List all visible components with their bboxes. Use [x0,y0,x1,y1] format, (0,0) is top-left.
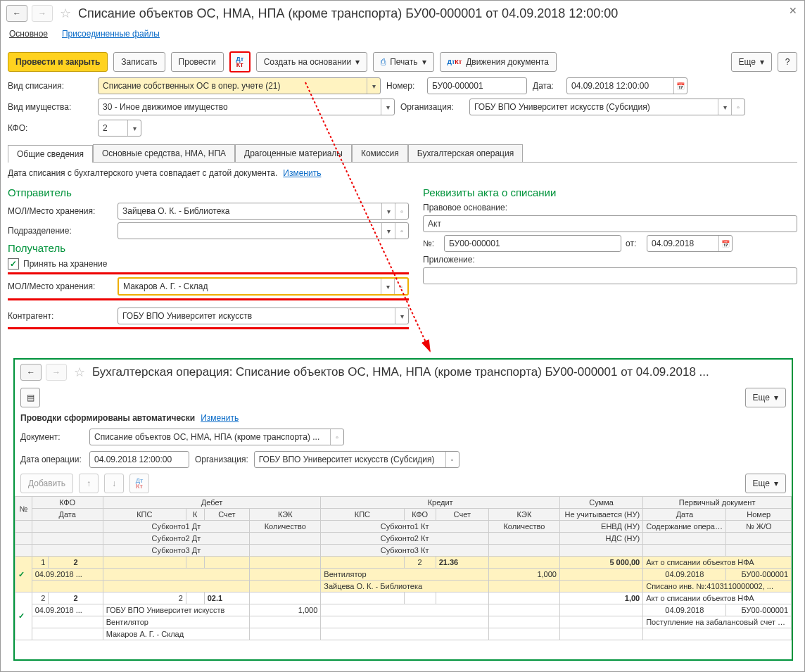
legal-basis-label: Правовое основание: [423,203,528,213]
take-storage-label: Принять на хранение [23,259,108,269]
dtkt-button[interactable]: ДтКт [229,51,251,72]
sender-heading: Отправитель [8,186,409,198]
chevron-down-icon[interactable]: ▾ [367,78,380,94]
move-up-button: ↑ [79,474,99,493]
legal-basis-field[interactable]: Акт [423,215,797,232]
chevron-down-icon[interactable]: ▾ [127,120,141,136]
inner-more-button[interactable]: Еще▾ [745,388,786,407]
print-button[interactable]: Печать▾ [373,52,433,72]
contragent-label: Контрагент: [8,311,113,321]
inner-opdate-field[interactable]: 04.09.2018 12:00:00 [89,451,189,468]
table-row[interactable]: Вентилятор Поступление на забалансовый с… [15,616,792,628]
report-button[interactable]: ▤ [20,388,40,407]
table-row[interactable]: Макаров А. Г. - Склад [15,628,792,640]
favorite-icon[interactable]: ☆ [60,6,71,21]
document-title: Списание объектов ОС, НМА, НПА (кроме тр… [78,6,618,21]
close-icon[interactable]: ✕ [789,5,797,16]
table-row[interactable]: ✓ 2 2 202.1 1,00 Акт о списании объектов… [15,592,792,604]
inner-org-label: Организация: [195,455,248,464]
date-label: Дата: [533,81,561,91]
create-on-basis-button[interactable]: Создать на основании▾ [256,52,368,72]
table-row[interactable]: 04.09.2018 ... Вентилятор1,000 04.09.201… [15,569,792,581]
tab-assets[interactable]: Основные средства, НМА, НПА [93,144,235,162]
dtkt-toggle-button: ДтКт [129,474,149,493]
inner-change-link[interactable]: Изменить [201,413,239,423]
contragent-field[interactable]: ГОБУ ВПО Университет искусств▾ [118,308,409,324]
help-button[interactable]: ? [778,52,797,72]
open-icon[interactable]: ▫ [731,99,744,115]
entries-grid[interactable]: № КФО Дебет Кредит Сумма Первичный докум… [15,496,792,640]
table-row[interactable]: Зайцева О. К. - Библиотека Списано инв. … [15,581,792,592]
print-icon [381,57,386,67]
attachment-label: Приложение: [423,255,528,265]
org-field[interactable]: ГОБУ ВПО Университет искусств (Субсидия)… [469,99,745,115]
take-storage-checkbox[interactable]: ✓ [8,258,19,270]
act-num-label: №: [423,239,440,248]
writeoff-type-field[interactable]: Списание собственных ОС в опер. учете (2… [98,77,381,94]
accounting-operation-window: ← → ☆ Бухгалтерская операция: Списание о… [13,358,793,661]
asset-kind-field[interactable]: 30 - Иное движимое имущество▾ [98,99,395,115]
inner-opdate-label: Дата операции: [20,455,84,464]
number-label: Номер: [386,81,421,91]
inner-favorite-icon[interactable]: ☆ [74,364,85,380]
post-button[interactable]: Провести [171,52,224,72]
table-row[interactable]: ✓ 1 2 221.36 5 000,00 Акт о списании объ… [15,557,792,569]
chevron-down-icon: ▾ [422,57,426,67]
nav-main[interactable]: Основное [9,29,48,39]
act-num-field[interactable]: БУ00-000001 [444,235,621,252]
inner-org-field[interactable]: ГОБУ ВПО Университет искусств (Субсидия)… [254,451,459,468]
nav-attached-files[interactable]: Присоединенные файлы [62,29,160,39]
act-date-label: от: [626,239,642,248]
tab-general[interactable]: Общие сведения [8,145,93,163]
forward-button[interactable]: → [32,5,53,22]
receiver-heading: Получатель [8,242,409,254]
tab-commission[interactable]: Комиссия [352,144,408,162]
dept-field[interactable]: ▾▫ [118,222,409,239]
auto-entries-note: Проводки сформированы автоматически [20,413,195,423]
calendar-icon[interactable]: 📅 [718,236,732,251]
inner-title: Бухгалтерская операция: Списание объекто… [92,365,709,379]
back-button[interactable]: ← [6,5,27,22]
calendar-icon[interactable]: 📅 [673,78,687,94]
dept-label: Подразделение: [8,226,113,236]
number-field[interactable]: БУ00-000001 [427,77,527,94]
mol-sender-field[interactable]: Зайцева О. К. - Библиотека▾▫ [118,203,409,220]
move-down-button: ↓ [104,474,124,493]
chevron-down-icon[interactable]: ▾ [718,99,731,115]
mol-receiver-label: МОЛ/Место хранения: [8,281,113,291]
mol-receiver-field[interactable]: Макаров А. Г. - Склад▾▫ [118,277,409,296]
writeoff-date-note: Дата списания с бухгалтерского учета сов… [8,168,277,178]
asset-kind-label: Вид имущества: [8,102,92,112]
attachment-field[interactable] [423,267,797,284]
inner-back-button[interactable]: ← [20,364,42,381]
act-date-field[interactable]: 04.09.2018📅 [647,235,733,252]
table-row[interactable]: 04.09.2018 ... ГОБУ ВПО Университет иску… [15,604,792,616]
tab-accounting[interactable]: Бухгалтерская операция [408,144,523,162]
org-label: Организация: [400,102,464,112]
more-button[interactable]: Еще▾ [731,52,772,72]
change-link[interactable]: Изменить [283,168,321,178]
post-and-close-button[interactable]: Провести и закрыть [8,52,108,72]
chevron-down-icon: ▾ [760,57,764,67]
add-button: Добавить [20,474,73,493]
writeoff-type-label: Вид списания: [8,81,92,91]
chevron-down-icon: ▾ [355,57,360,67]
inner-doc-field[interactable]: Списание объектов ОС, НМА, НПА (кроме тр… [89,429,344,445]
date-field[interactable]: 04.09.2018 12:00:00📅 [566,77,687,94]
save-button[interactable]: Записать [113,52,165,72]
inner-forward-button[interactable]: → [46,364,67,381]
movements-button[interactable]: ДтКтДвижения документа [440,52,557,72]
act-heading: Реквизиты акта о списании [423,186,797,198]
inner-doc-label: Документ: [20,432,84,442]
inner-more-button-2[interactable]: Еще▾ [745,474,786,493]
mol-sender-label: МОЛ/Место хранения: [8,206,113,216]
kfo-field[interactable]: 2▾ [98,120,141,137]
chevron-down-icon[interactable]: ▾ [381,99,394,115]
tab-precious[interactable]: Драгоценные материалы [235,144,352,162]
kfo-label: КФО: [8,123,92,133]
